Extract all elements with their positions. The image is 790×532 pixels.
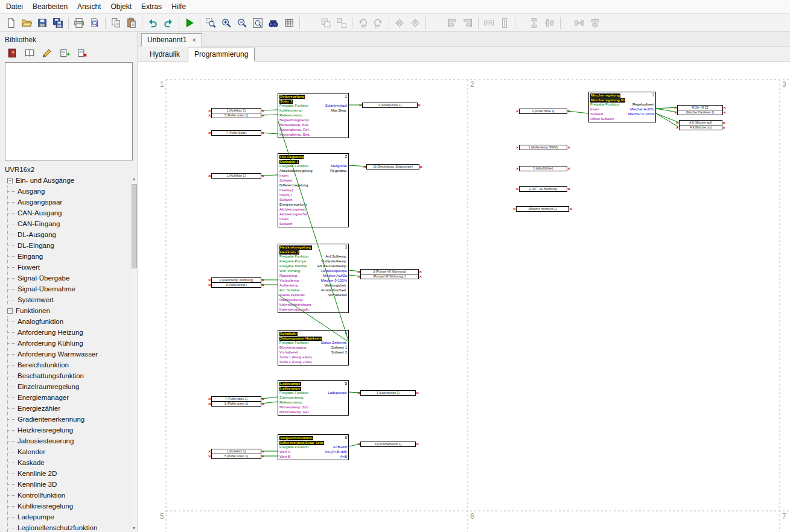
tree-item-anforderung-k-hlung[interactable]: Anforderung Kühlung <box>8 338 138 349</box>
function-block-drehzahl-1[interactable]: 2PID-RegelungDrehzahl 1Freigabe Funktion… <box>278 153 349 227</box>
tree-item-anforderung-warmwasser[interactable]: Anforderung Warmwasser <box>8 349 138 359</box>
library-button-new-library[interactable] <box>6 47 18 59</box>
tree-item-energiemanager[interactable]: Energiemanager <box>8 392 138 403</box>
toolbar-button-paste[interactable] <box>124 16 139 30</box>
toolbar-button-undo[interactable] <box>145 16 161 30</box>
io-connector[interactable]: (Mischer Heizkreis 1)×× <box>677 110 723 115</box>
menu-objekt[interactable]: Objekt <box>106 1 136 13</box>
toolbar-button-new[interactable] <box>3 16 19 30</box>
scrollbar-up-icon[interactable]: ▲ <box>130 175 138 183</box>
tree-item-kaskade[interactable]: Kaskade <box>8 457 138 468</box>
tree-item-einzelraumregelung[interactable]: Einzelraumregelung <box>8 381 138 392</box>
tree-item-beschattungsfunktion[interactable]: Beschattungsfunktion <box>8 370 138 381</box>
toolbar-button-open[interactable] <box>19 16 34 30</box>
io-connector[interactable]: A 9 (Mischer zu)×× <box>679 125 722 130</box>
toolbar-button-print-preview[interactable] <box>87 16 103 30</box>
tree-item-fixwert[interactable]: Fixwert <box>8 262 138 273</box>
canvas[interactable]: 123567 1SolarregelungSolar 1Freigabe Fun… <box>138 62 790 532</box>
tree-item-dl-ausgang[interactable]: DL-Ausgang <box>8 229 138 240</box>
io-connector[interactable]: 5 (Puffer unten 1)×× <box>211 401 261 407</box>
toolbar-button-space-vertical[interactable] <box>526 16 542 30</box>
tree-item-kennlinie-3d[interactable]: Kennlinie 3D <box>8 479 138 490</box>
toolbar-button-ungroup[interactable] <box>334 16 349 30</box>
tree-item-kennlinie-2d[interactable]: Kennlinie 2D <box>8 468 138 479</box>
tree-item-ladepumpe[interactable]: Ladepumpe <box>8 511 138 522</box>
scrollbar-thumb[interactable] <box>132 184 137 268</box>
io-connector[interactable]: 3 (Außentemp.)×× <box>211 282 261 288</box>
menu-hilfe[interactable]: Hilfe <box>167 1 191 13</box>
io-connector[interactable]: 1 (Kollektor 1)×× <box>211 173 261 179</box>
tree-item-energiez-hler[interactable]: Energiezähler <box>8 403 138 414</box>
io-connector[interactable]: 5 (Puffer unten 1)×× <box>211 454 261 459</box>
function-block-differenz-med-solar-zeile[interactable]: 6VergleichsfunktionDifferenz(med)Solar Z… <box>278 434 349 460</box>
io-connector[interactable]: 2 (RF - VL Heizkreis)×× <box>519 186 567 192</box>
io-connector[interactable]: 1 (Abluftfühler)×× <box>519 166 567 171</box>
tab-unbenannt1[interactable]: Unbenannt1 × <box>141 33 202 46</box>
library-button-remove-library[interactable] <box>76 47 88 59</box>
tree-node-funktionen[interactable]: −Funktionen <box>5 305 138 316</box>
library-button-open-library[interactable] <box>24 47 36 59</box>
toolbar-button-save[interactable] <box>34 16 50 30</box>
menu-bearbeiten[interactable]: Bearbeiten <box>28 1 72 13</box>
io-connector[interactable]: 5 (Puffer unten 1)×× <box>211 113 261 118</box>
toolbar-button-find[interactable] <box>266 16 281 30</box>
menu-extras[interactable]: Extras <box>136 1 167 13</box>
function-block-zeitprogramm-heizkreis[interactable]: 4SchaltuhrZeitprogramm HeizkreisFreigabe… <box>278 330 349 366</box>
tree-root[interactable]: UVR16x2 <box>5 164 138 175</box>
toolbar-button-same-width[interactable] <box>481 16 497 30</box>
toolbar-button-group[interactable] <box>318 16 334 30</box>
library-button-insert-component[interactable] <box>59 47 71 59</box>
tree-item-ausgang[interactable]: Ausgang <box>8 186 138 197</box>
io-connector[interactable]: (Pumpe HK Wohnung) 1×× <box>360 274 419 279</box>
toolbar-button-redo[interactable] <box>161 16 176 30</box>
tree-item-signal-bergabe[interactable]: Signal-Übergabe <box>8 273 138 283</box>
tree-item-k-hlkreisregelung[interactable]: Kühlkreisregelung <box>8 501 138 511</box>
view-tab-hydraulik[interactable]: Hydraulik <box>143 48 186 62</box>
toolbar-button-zoom-out[interactable] <box>234 16 250 30</box>
view-tab-programmierung[interactable]: Programmierung <box>188 48 255 62</box>
toolbar-button-print[interactable] <box>71 16 87 30</box>
tab-close-icon[interactable]: × <box>192 36 196 43</box>
tree-collapse-icon[interactable]: − <box>7 178 13 183</box>
function-block-ladepumpe[interactable]: 5LadepumpeLadepumpeFreigabe FunktionLade… <box>278 380 349 416</box>
tree-node-ein-und-ausg-nge[interactable]: −Ein- und Ausgänge <box>5 175 138 186</box>
toolbar-button-center-vertical[interactable] <box>542 16 558 30</box>
toolbar-button-grid[interactable] <box>281 16 297 30</box>
toolbar-button-rotate-right-90[interactable]: 90° <box>371 16 386 30</box>
toolbar-button-zoom-fit[interactable] <box>250 16 266 30</box>
tree-item-gradientenerkennung[interactable]: Gradientenerkennung <box>8 414 138 425</box>
tree-item-ausgangspaar[interactable]: Ausgangspaar <box>8 197 138 207</box>
toolbar-button-mirror-vertical[interactable] <box>392 16 407 30</box>
tree-item-legionellenschutzfunktion[interactable]: Legionellenschutzfunktion <box>8 522 138 532</box>
tree-item-dl-eingang[interactable]: DL-Eingang <box>8 240 138 251</box>
io-connector[interactable]: (Mischer Heizkreis 1)×× <box>516 206 569 212</box>
io-connector[interactable]: 16 (Steuerausg. Solarpumpe)×× <box>366 164 419 169</box>
io-connector[interactable]: 1 (Außentemp. BWM)×× <box>519 145 567 150</box>
toolbar-button-copy[interactable] <box>108 16 124 30</box>
toolbar-button-run[interactable] <box>182 16 197 30</box>
tree-item-signal-bernahme[interactable]: Signal-Übernahme <box>8 283 138 294</box>
tree-item-jalousiesteuerung[interactable]: Jalousiesteuerung <box>8 435 138 446</box>
function-block-mischerregelung-01[interactable]: 7MischerregelungMischerregelung 01Freiga… <box>588 92 656 122</box>
tree-item-heizkreisregelung[interactable]: Heizkreisregelung <box>8 425 138 435</box>
function-block-solar-1[interactable]: 1SolarregelungSolar 1Freigabe FunktionSo… <box>278 93 349 138</box>
scrollbar-down-icon[interactable]: ▼ <box>130 524 138 532</box>
toolbar-button-rotate-left-90[interactable]: 90° <box>355 16 371 30</box>
io-connector[interactable]: 2 (Puffer Mitte 1)×× <box>519 109 567 114</box>
tree-item-anforderung-heizung[interactable]: Anforderung Heizung <box>8 327 138 338</box>
toolbar-button-center-horizontal[interactable] <box>587 16 603 30</box>
library-list[interactable] <box>5 62 133 160</box>
toolbar-button-zoom-region[interactable] <box>203 16 218 30</box>
toolbar-button-space-horizontal[interactable] <box>572 16 587 30</box>
tree-item-can-ausgang[interactable]: CAN-Ausgang <box>8 207 138 218</box>
tree-item-kontrollfunktion[interactable]: Kontrollfunktion <box>8 490 138 501</box>
library-button-edit-library[interactable] <box>41 47 53 59</box>
function-block-heizkreis-1[interactable]: 3HeizkreisregelungHeizkreis 1Freigabe Fu… <box>278 244 349 313</box>
io-connector[interactable]: 3 (Ladepumpe 1)×× <box>360 390 416 396</box>
io-connector[interactable]: 7 (Puffer Solar)×× <box>211 130 261 136</box>
tree-item-eingang[interactable]: Eingang <box>8 251 138 262</box>
tree-collapse-icon[interactable]: − <box>7 308 13 314</box>
menu-ansicht[interactable]: Ansicht <box>72 1 106 13</box>
tree-scrollbar[interactable]: ▲ ▼ <box>130 175 138 532</box>
tree-item-bereichsfunktion[interactable]: Bereichsfunktion <box>8 359 138 370</box>
